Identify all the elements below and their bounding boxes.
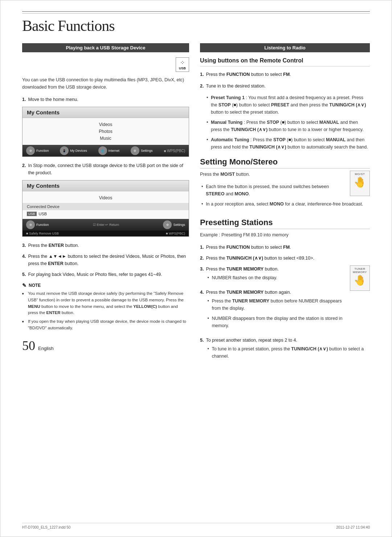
note-bullet-2: If you open the tray when playing USB st… xyxy=(22,318,189,331)
note-section: ✎ NOTE You must remove the USB storage d… xyxy=(22,282,189,331)
preset-step-5: 5. To preset another station, repeat ste… xyxy=(200,337,370,363)
safe-remove-bar: ■ Safely Remove USB ■ WPS(PBC) xyxy=(23,231,189,236)
tuner-memory-before: Press the TUNER MEMORY button before NUM… xyxy=(207,297,346,312)
function-icon: ⚙ Function xyxy=(26,146,49,155)
internet-circle: 🌐 xyxy=(98,146,107,155)
settings-icon: ⚙ Settings xyxy=(131,146,153,155)
tune-preset-station: To tune in to a preset station, press th… xyxy=(207,345,370,360)
devices-label: My Devices xyxy=(70,149,87,152)
preset-step-3: 3. Press the TUNER MEMORY button. NUMBER… xyxy=(200,265,346,285)
radio-step-2-num: 2. xyxy=(200,82,204,90)
preset-tuning-bullet: Preset Tuning 1 : You must first add a d… xyxy=(207,94,370,116)
radio-step-1: 1. Press the FUNCTION button to select F… xyxy=(200,71,370,78)
wps-text-1: ■ WPS(PBC) xyxy=(164,149,185,153)
settings-icon-2: ⚙ Settings xyxy=(163,220,185,229)
preset-step-5-bullets: To tune in to a preset station, press th… xyxy=(207,345,370,360)
two-column-layout: Playing back a USB Storage Device ⁘ USB … xyxy=(22,43,370,367)
menu-photos: Photos xyxy=(99,129,112,134)
menu-videos-2: Videos xyxy=(99,195,112,201)
preset-step-4-num: 4. xyxy=(200,289,204,333)
bottom-bar-1: ⚙ Function 📱 My Devices 🌐 Internet ⚙ Set… xyxy=(23,145,189,156)
number-flashes: NUMBER flashes on the display. xyxy=(207,274,346,281)
preset-step-3-bullets: NUMBER flashes on the display. xyxy=(207,274,346,281)
language-label: English xyxy=(38,346,54,351)
connected-device-row: Connected Device xyxy=(23,203,189,210)
auto-tuning-label: Automatic Tuning xyxy=(211,137,249,142)
function-circle-2: ⚙ xyxy=(26,220,35,229)
mono-stereo-bullet-2: In a poor reception area, select MONO fo… xyxy=(201,200,370,208)
step-4-num: 4. xyxy=(22,253,26,267)
step-1-text: Move to the home menu. xyxy=(28,96,189,103)
manual-tuning-bullet: Manual Tuning : Press the STOP (■) butto… xyxy=(207,119,370,133)
tuner-remote-icon: TUNERMEMORY 🤚 xyxy=(350,265,370,291)
mono-stereo-bullet-1: Each time the button is pressed, the sou… xyxy=(201,183,370,198)
usb-device-name: USB xyxy=(39,212,47,216)
radio-step-2-text: Tune in to the desired station. xyxy=(206,82,370,90)
step-4-text: Press the ▲▼◄► buttons to select the des… xyxy=(28,253,189,267)
radio-step-1-text: Press the FUNCTION button to select FM. xyxy=(206,71,370,78)
top-line-thin xyxy=(22,13,370,13)
menu-videos: Videos xyxy=(99,122,112,127)
footer-right: 2011-12-27 11:04:40 xyxy=(336,525,370,529)
my-contents-box-2: My Contents Videos Connected Device USB … xyxy=(22,180,189,237)
safe-remove-text: ■ Safely Remove USB xyxy=(26,232,59,235)
step-2: 2. In Stop mode, connect the USB storage… xyxy=(22,162,189,176)
internet-icon: 🌐 Internet xyxy=(98,146,120,155)
settings-label-2: Settings xyxy=(173,223,185,227)
preset-step-4: 4. Press the TUNER MEMORY button again. … xyxy=(200,289,346,333)
radio-step-1-num: 1. xyxy=(200,71,204,78)
usb-symbol: ⁘ xyxy=(180,59,185,66)
my-contents-box-1: My Contents Videos Photos Music ⚙ Functi… xyxy=(22,107,189,157)
note-bullet-1: You must remove the USB storage device s… xyxy=(22,290,189,316)
mono-stereo-content: MO/ST 🤚 Press the MO/ST button. Each tim… xyxy=(200,171,370,211)
page-wrapper: Basic Functions Playing back a USB Stora… xyxy=(0,0,392,537)
step-4: 4. Press the ▲▼◄► buttons to select the … xyxy=(22,253,189,267)
monost-icon-label: MO/ST xyxy=(355,172,365,176)
bottom-bar-2: ⚙ Function ☑ Enter ↩ Return ⚙ Settings xyxy=(23,219,189,231)
step-3-num: 3. xyxy=(22,242,26,249)
my-contents-menu-1: Videos Photos Music xyxy=(23,118,189,143)
step-2-num: 2. xyxy=(22,162,26,176)
right-section-header: Listening to Radio xyxy=(200,43,370,52)
presetting-example: Example : Presetting FM 89.10 into memor… xyxy=(200,231,370,239)
page-title: Basic Functions xyxy=(22,17,370,34)
mono-stereo-bullets: Each time the button is pressed, the sou… xyxy=(201,183,370,208)
enter-return-text: ☑ Enter ↩ Return xyxy=(93,223,119,227)
preset-step-3-text: Press the TUNER MEMORY button. NUMBER fl… xyxy=(206,265,346,285)
usb-label: USB xyxy=(179,66,186,70)
presetting-title: Presetting Stations xyxy=(200,218,370,229)
tuner-icon-label: TUNERMEMORY xyxy=(353,267,367,274)
using-buttons-header: Using buttons on the Remote Control xyxy=(200,57,370,66)
top-line-thick xyxy=(22,11,370,12)
menu-music: Music xyxy=(100,135,111,141)
step-5-num: 5. xyxy=(22,271,26,278)
footer-left: HT-D7000_ELS_1227.indd 50 xyxy=(22,525,70,529)
usb-icon: ⁘ USB xyxy=(176,57,189,72)
radio-step-2: 2. Tune in to the desired station. xyxy=(200,82,370,90)
step-5: 5. For playing back Video, Music or Phot… xyxy=(22,271,189,278)
number-disappears: NUMBER disappears from the display and t… xyxy=(207,315,346,329)
preset-step-1: 1. Press the FUNCTION button to select F… xyxy=(200,244,370,251)
my-contents-menu-2: Videos xyxy=(23,191,189,203)
step-1: 1. Move to the home menu. xyxy=(22,96,189,103)
tuner-icon-area: TUNERMEMORY 🤚 xyxy=(350,265,370,291)
internet-label: Internet xyxy=(109,149,120,152)
my-contents-title-1: My Contents xyxy=(23,107,189,118)
my-devices-icon: 📱 My Devices xyxy=(60,146,87,155)
step-2-text: In Stop mode, connect the USB storage de… xyxy=(28,162,189,176)
preset-step-1-text: Press the FUNCTION button to select FM. xyxy=(206,244,370,251)
step-3: 3. Press the ENTER button. xyxy=(22,242,189,249)
preset-step-2-text: Press the TUNING/CH (∧∨) button to selec… xyxy=(206,255,370,262)
auto-tuning-bullet: Automatic Tuning : Press the STOP (■) bu… xyxy=(207,136,370,151)
mono-stereo-title: Setting Mono/Stereo xyxy=(200,157,370,168)
preset-step-1-num: 1. xyxy=(200,244,204,251)
preset-step-3-area: TUNERMEMORY 🤚 3. Press the TUNER MEMORY … xyxy=(200,265,370,337)
step-1-num: 1. xyxy=(22,96,26,103)
settings-circle-2: ⚙ xyxy=(163,220,172,229)
function-icon-2: ⚙ Function xyxy=(26,220,49,229)
page-footer: HT-D7000_ELS_1227.indd 50 2011-12-27 11:… xyxy=(22,523,370,529)
top-lines xyxy=(22,11,370,13)
tuner-hand-icon: 🤚 xyxy=(354,275,366,285)
preset-step-5-num: 5. xyxy=(200,337,204,363)
usb-tag: USB xyxy=(27,212,37,216)
